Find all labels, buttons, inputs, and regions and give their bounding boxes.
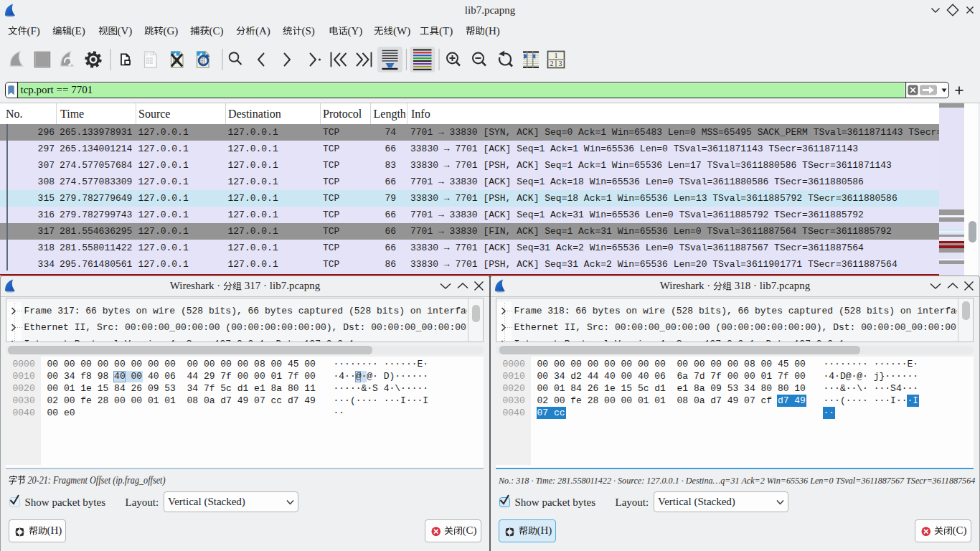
svg-text:2: 2 (550, 60, 554, 67)
svg-text:3: 3 (559, 60, 562, 67)
svg-text:1: 1 (555, 52, 558, 60)
